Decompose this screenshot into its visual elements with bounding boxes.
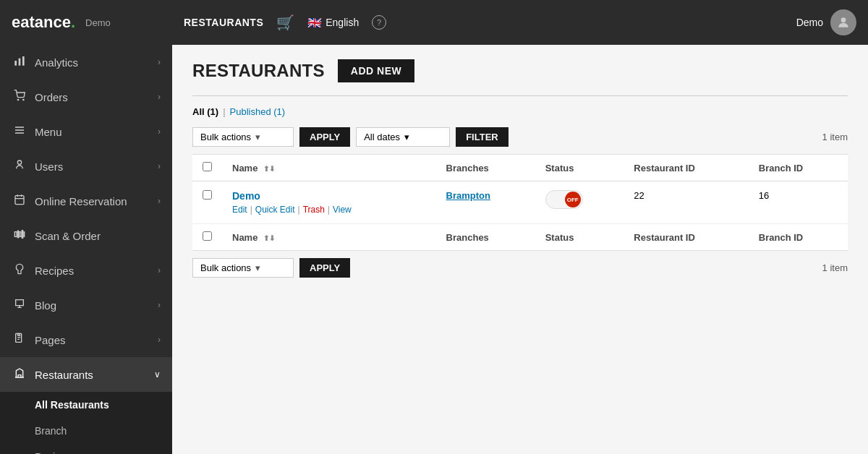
svg-point-0	[841, 17, 846, 22]
filter-button[interactable]: FILTER	[456, 127, 509, 147]
sidebar-item-restaurants[interactable]: Restaurants ∨	[0, 357, 172, 392]
divider	[192, 95, 848, 96]
select-all-footer-checkbox[interactable]	[203, 231, 212, 241]
chevron-down-icon: ∨	[154, 369, 161, 380]
sort-arrows-footer-icon: ⬆⬇	[263, 234, 275, 242]
action-sep: |	[298, 205, 300, 215]
sidebar-item-menu-label: Menu	[35, 126, 62, 138]
sidebar-sub-menu: All Restaurants Branch Review Reported I…	[0, 392, 172, 454]
chevron-right-icon: ›	[158, 196, 161, 206]
nav-user-label: Demo	[796, 17, 823, 28]
apply-button-top[interactable]: APPLY	[299, 127, 350, 147]
sidebar-item-reservation-label: Online Reservation	[35, 195, 127, 207]
col-restaurant-id: Restaurant ID	[624, 155, 749, 181]
bulk-actions-select-top[interactable]: Bulk actions ▾	[192, 127, 294, 147]
filter-separator: |	[223, 106, 225, 117]
row-branch-id-cell: 16	[749, 181, 848, 224]
col-branches-footer: Branches	[436, 224, 535, 251]
row-status-cell: OFF	[535, 181, 624, 224]
flag-icon: 🇬🇧	[307, 16, 322, 30]
sidebar-sub-branch[interactable]: Branch	[0, 418, 172, 444]
sidebar-item-pages-label: Pages	[35, 334, 66, 346]
sidebar-item-orders[interactable]: Orders ›	[0, 80, 172, 114]
filter-tabs: All (1) | Published (1)	[192, 106, 848, 117]
row-actions: Edit | Quick Edit | Trash | View	[232, 205, 426, 215]
bottom-toolbar: Bulk actions ▾ APPLY 1 item	[192, 258, 848, 278]
status-toggle[interactable]: OFF	[545, 190, 583, 209]
table-header-row: Name ⬆⬇ Branches Status Restaurant ID Br…	[192, 155, 848, 181]
col-status-footer: Status	[535, 224, 624, 251]
row-checkbox[interactable]	[203, 190, 212, 200]
chevron-right-icon: ›	[158, 265, 161, 275]
sidebar-item-users-label: Users	[35, 160, 63, 173]
sidebar-item-pages[interactable]: Pages ›	[0, 322, 172, 357]
add-new-button[interactable]: ADD NEW	[338, 59, 414, 82]
action-sep: |	[328, 205, 330, 215]
bulk-actions-select-bottom[interactable]: Bulk actions ▾	[192, 258, 294, 278]
demo-badge: Demo	[85, 17, 111, 28]
cart-icon[interactable]: 🛒	[276, 14, 294, 31]
row-name-link[interactable]: Demo	[232, 190, 260, 202]
sidebar-item-scan-label: Scan & Order	[35, 230, 101, 242]
col-branches: Branches	[436, 155, 535, 181]
nav-language[interactable]: 🇬🇧 English	[307, 16, 359, 30]
lang-label: English	[326, 17, 359, 28]
edit-link[interactable]: Edit	[232, 205, 247, 215]
svg-rect-2	[19, 59, 21, 66]
trash-link[interactable]: Trash	[303, 205, 325, 215]
chevron-down-icon: ▾	[255, 262, 260, 273]
help-icon[interactable]: ?	[372, 15, 386, 30]
sidebar-item-scan-order[interactable]: Scan & Order	[0, 218, 172, 253]
all-dates-label: All dates	[364, 132, 400, 142]
sidebar-sub-all-restaurants[interactable]: All Restaurants	[0, 392, 172, 418]
sidebar-item-blog[interactable]: Blog ›	[0, 288, 172, 322]
row-restaurant-id-cell: 22	[624, 181, 749, 224]
svg-rect-3	[22, 56, 25, 66]
sidebar-item-users[interactable]: Users ›	[0, 149, 172, 184]
toggle-track[interactable]: OFF	[545, 190, 583, 209]
menu-icon	[12, 124, 27, 139]
view-link[interactable]: View	[333, 205, 352, 215]
svg-rect-8	[14, 232, 17, 237]
svg-rect-7	[15, 196, 24, 205]
nav-right: Demo	[796, 9, 856, 35]
orders-icon	[12, 90, 27, 104]
avatar[interactable]	[830, 9, 856, 35]
branch-link[interactable]: Brampton	[446, 190, 490, 201]
analytics-icon	[12, 55, 27, 69]
filter-tab-published[interactable]: Published (1)	[230, 106, 286, 117]
select-all-footer	[192, 224, 222, 251]
sort-arrows-icon: ⬆⬇	[263, 165, 275, 173]
row-branch-cell: Brampton	[436, 181, 535, 224]
apply-button-bottom[interactable]: APPLY	[299, 258, 350, 278]
sidebar-item-orders-label: Orders	[35, 91, 68, 103]
quick-edit-link[interactable]: Quick Edit	[255, 205, 295, 215]
svg-point-4	[17, 99, 18, 100]
bulk-actions-label-bottom: Bulk actions	[200, 262, 251, 273]
date-select[interactable]: All dates ▾	[356, 127, 450, 147]
toggle-thumb: OFF	[565, 192, 581, 207]
sidebar-sub-review[interactable]: Review	[0, 444, 172, 454]
chevron-down-icon: ▾	[404, 132, 409, 142]
svg-rect-12	[24, 232, 25, 237]
table-row: Demo Edit | Quick Edit | Trash | View	[192, 181, 848, 224]
main-layout: Analytics › Orders › Menu › Users ›	[0, 45, 868, 454]
item-count-top: 1 item	[822, 132, 848, 142]
select-all-checkbox[interactable]	[203, 162, 212, 171]
sidebar-item-recipes[interactable]: Recipes ›	[0, 253, 172, 288]
col-restaurant-id-footer: Restaurant ID	[624, 224, 749, 251]
main-content: RESTAURANTS ADD NEW All (1) | Published …	[172, 45, 868, 454]
logo-area: eatance. Demo	[12, 13, 184, 32]
sidebar-item-online-reservation[interactable]: Online Reservation ›	[0, 184, 172, 218]
svg-point-5	[23, 99, 24, 100]
sidebar-item-analytics[interactable]: Analytics ›	[0, 45, 172, 80]
filter-tab-all[interactable]: All (1)	[192, 106, 218, 117]
sidebar-item-menu[interactable]: Menu ›	[0, 114, 172, 149]
table-footer-row: Name ⬆⬇ Branches Status Restaurant ID Br…	[192, 224, 848, 251]
nav-restaurants[interactable]: RESTAURANTS	[184, 17, 263, 28]
chevron-right-icon: ›	[158, 300, 161, 310]
chevron-right-icon: ›	[158, 335, 161, 345]
page-title-row: RESTAURANTS ADD NEW	[192, 59, 848, 82]
reservation-icon	[12, 194, 27, 208]
pages-icon	[12, 333, 27, 347]
